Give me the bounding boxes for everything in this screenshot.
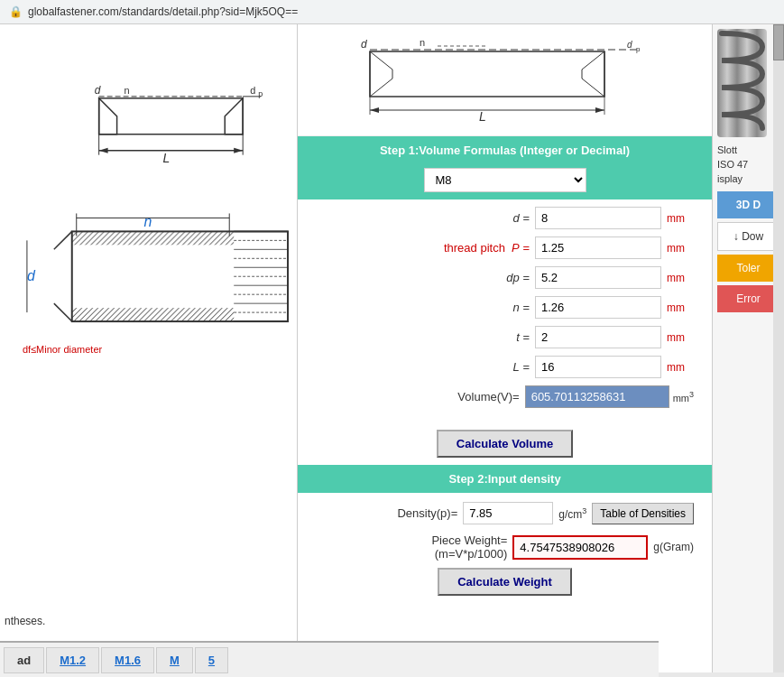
- svg-marker-7: [99, 98, 117, 134]
- d-row: d = mm: [316, 207, 694, 229]
- density-label: Density(p)=: [340, 506, 457, 520]
- svg-marker-52: [595, 107, 604, 113]
- n-input[interactable]: [535, 296, 661, 319]
- t-unit: mm: [667, 331, 694, 344]
- dp-row: dp = mm: [316, 266, 694, 289]
- svg-text:n: n: [125, 85, 130, 96]
- svg-marker-15: [234, 148, 243, 153]
- volume-label: Volume(V)=: [457, 390, 519, 403]
- thread-pitch-label: thread pitch P =: [412, 241, 530, 255]
- svg-text:L: L: [163, 151, 171, 165]
- volume-row: Volume(V)= mm3: [316, 385, 694, 408]
- bottom-tabs: ad M1.2 M1.6 M 5: [0, 641, 659, 677]
- svg-marker-48: [370, 51, 392, 97]
- tab-m1-2[interactable]: M1.2: [46, 647, 99, 673]
- diagram-area: d n d p L: [298, 24, 712, 136]
- n-unit: mm: [667, 301, 694, 314]
- address-bar: 🔒 globalfastener.com/standards/detail.ph…: [0, 0, 784, 24]
- thread-pitch-row: thread pitch P = mm: [316, 236, 694, 259]
- volume-input[interactable]: [525, 385, 669, 408]
- weight-unit: g(Gram): [653, 541, 694, 553]
- thread-pitch-unit: mm: [667, 242, 694, 255]
- svg-marker-51: [370, 107, 379, 113]
- table-of-densities-button[interactable]: Table of Densities: [592, 503, 694, 524]
- spring-image: [717, 29, 767, 137]
- svg-line-9: [99, 98, 117, 116]
- tolerance-button[interactable]: Toler: [717, 255, 779, 282]
- L-unit: mm: [667, 361, 694, 374]
- density-input[interactable]: [463, 502, 553, 524]
- dp-label: dp =: [412, 271, 530, 284]
- calc-weight-button[interactable]: Calculate Weight: [438, 568, 572, 596]
- weight-label: Piece Weight=(m=V*p/1000): [431, 533, 507, 561]
- svg-text:d: d: [95, 84, 101, 97]
- L-input[interactable]: [535, 356, 661, 378]
- svg-marker-49: [582, 51, 604, 97]
- t-input[interactable]: [535, 326, 661, 348]
- svg-text:L: L: [479, 109, 486, 124]
- svg-text:d: d: [627, 40, 632, 50]
- svg-text:d: d: [250, 85, 255, 96]
- svg-text:d: d: [361, 38, 367, 51]
- svg-line-21: [54, 303, 72, 321]
- dropdown-row: M8 M1.2 M1.6 M2 M3 M4 M5 M6 M10: [298, 164, 712, 199]
- 3d-button[interactable]: 3D D: [717, 191, 779, 218]
- svg-marker-8: [225, 98, 243, 134]
- n-label: n =: [412, 301, 530, 314]
- svg-line-20: [54, 231, 72, 249]
- d-label: d =: [412, 211, 530, 225]
- size-select[interactable]: M8 M1.2 M1.6 M2 M3 M4 M5 M6 M10: [424, 168, 586, 192]
- thread-pitch-input[interactable]: [535, 236, 661, 259]
- address-icon: 🔒: [9, 5, 23, 18]
- weight-row: Piece Weight=(m=V*p/1000) g(Gram): [316, 533, 694, 561]
- svg-rect-28: [72, 231, 234, 245]
- svg-text:df≤Minor diameter: df≤Minor diameter: [23, 344, 103, 355]
- svg-text:d: d: [27, 268, 36, 283]
- slotted-label: Slott: [717, 144, 779, 155]
- scrollbar[interactable]: [773, 24, 784, 672]
- density-unit: g/cm3: [558, 506, 586, 521]
- center-panel: d n d p L Step 1:Volume Formula: [298, 24, 713, 672]
- download-button[interactable]: ↓ Dow: [717, 222, 779, 251]
- error-button[interactable]: Error: [717, 285, 779, 312]
- tab-back[interactable]: ad: [4, 647, 44, 673]
- svg-marker-14: [99, 148, 108, 153]
- dp-unit: mm: [667, 272, 694, 284]
- svg-text:n: n: [420, 37, 425, 48]
- scrollbar-thumb[interactable]: [773, 24, 784, 60]
- dp-input[interactable]: [535, 266, 661, 289]
- step1-header: Step 1:Volume Formulas (Integer or Decim…: [298, 136, 712, 164]
- svg-line-10: [225, 98, 243, 116]
- iso-label: ISO 47: [717, 159, 779, 170]
- display-label: isplay: [717, 173, 779, 184]
- tab-5[interactable]: 5: [195, 647, 228, 673]
- form-section: d = mm thread pitch P = mm dp = mm: [298, 199, 712, 422]
- n-row: n = mm: [316, 296, 694, 319]
- density-row: Density(p)= g/cm3 Table of Densities: [316, 502, 694, 524]
- main-layout: d n d p: [0, 24, 784, 672]
- bottom-left-text: ntheses.: [5, 615, 45, 627]
- t-row: t = mm: [316, 326, 694, 348]
- volume-unit: mm3: [673, 390, 694, 403]
- weight-input[interactable]: [512, 535, 648, 560]
- svg-text:n: n: [144, 214, 152, 229]
- left-panel: d n d p: [0, 24, 298, 672]
- d-input[interactable]: [535, 207, 661, 229]
- drawing-area: d n d p: [0, 24, 297, 672]
- t-label: t =: [412, 330, 530, 344]
- svg-text:p: p: [636, 45, 641, 53]
- tab-m[interactable]: M: [156, 647, 193, 673]
- d-unit: mm: [667, 212, 694, 225]
- L-label: L =: [412, 360, 530, 374]
- calc-volume-button[interactable]: Calculate Volume: [437, 430, 573, 458]
- svg-rect-47: [370, 51, 604, 97]
- tab-m1-6[interactable]: M1.6: [101, 647, 154, 673]
- svg-text:p: p: [258, 89, 263, 98]
- url-text: globalfastener.com/standards/detail.php?…: [28, 5, 298, 18]
- svg-rect-6: [99, 98, 244, 134]
- svg-rect-29: [72, 308, 234, 321]
- L-row: L = mm: [316, 356, 694, 378]
- step2-header: Step 2:Input density: [298, 465, 712, 493]
- right-panel: Slott ISO 47 isplay 3D D ↓ Dow Toler Err…: [713, 24, 784, 672]
